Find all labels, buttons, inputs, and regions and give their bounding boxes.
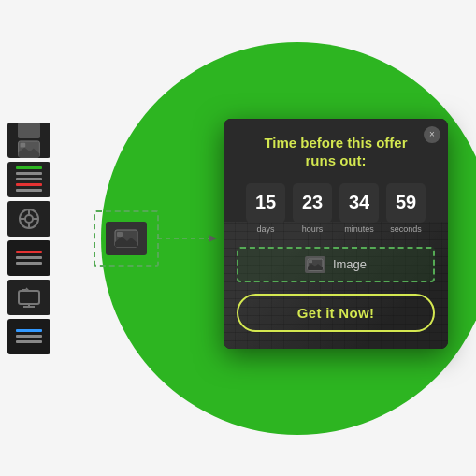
image-placeholder-icon xyxy=(305,256,325,273)
svg-rect-18 xyxy=(309,260,312,263)
seconds-value: 59 xyxy=(386,183,426,223)
text-lines-icon xyxy=(16,166,42,192)
sidebar-item-text[interactable] xyxy=(7,162,50,197)
svg-rect-11 xyxy=(22,289,27,292)
hours-label: hours xyxy=(302,224,324,234)
image-placeholder-text: Image xyxy=(333,257,367,271)
svg-rect-8 xyxy=(19,291,39,304)
sidebar-item-image[interactable] xyxy=(7,123,50,158)
svg-point-3 xyxy=(25,215,33,223)
svg-rect-1 xyxy=(21,142,26,147)
days-value: 15 xyxy=(246,183,285,223)
seconds-label: seconds xyxy=(390,224,422,234)
sidebar-item-tv[interactable] xyxy=(7,280,50,315)
svg-rect-14 xyxy=(117,232,123,237)
sidebar-item-bar1[interactable] xyxy=(7,240,50,276)
arrow-indicator xyxy=(157,229,218,248)
image-placeholder[interactable]: Image xyxy=(237,247,435,282)
svg-marker-16 xyxy=(209,235,217,242)
countdown-timer: 15 days 23 hours 34 minutes 59 seconds xyxy=(237,183,435,234)
image-widget-dashed-box xyxy=(94,210,159,267)
close-button[interactable]: × xyxy=(424,126,440,143)
sidebar-item-video[interactable] xyxy=(7,201,50,237)
sidebar-item-bar2[interactable] xyxy=(7,319,50,354)
scene: × Time before this offer runs out: 15 da… xyxy=(0,0,476,476)
image-widget-container xyxy=(94,210,159,267)
minutes-value: 34 xyxy=(339,183,379,223)
days-label: days xyxy=(256,224,274,234)
cta-button[interactable]: Get it Now! xyxy=(237,294,435,332)
popup-modal: × Time before this offer runs out: 15 da… xyxy=(224,119,448,349)
countdown-minutes: 34 minutes xyxy=(339,183,379,234)
popup-content: Time before this offer runs out: 15 days… xyxy=(224,119,448,349)
sidebar xyxy=(7,123,50,354)
countdown-days: 15 days xyxy=(246,183,285,234)
minutes-label: minutes xyxy=(344,224,374,234)
countdown-hours: 23 hours xyxy=(293,183,332,234)
image-widget[interactable] xyxy=(106,222,147,255)
popup-title: Time before this offer runs out: xyxy=(237,134,435,170)
hours-value: 23 xyxy=(293,183,332,223)
countdown-seconds: 59 seconds xyxy=(386,183,426,234)
